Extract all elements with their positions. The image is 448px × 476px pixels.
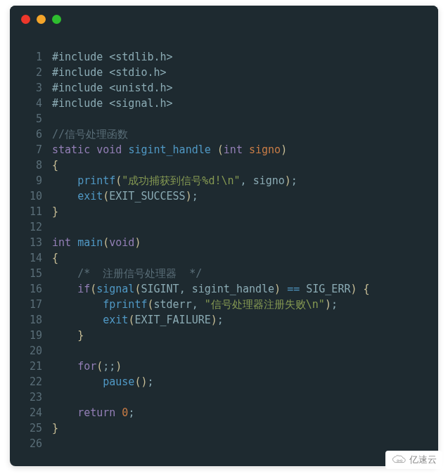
code-line [52,343,438,359]
code-line: exit(EXIT_FAILURE); [52,312,438,328]
line-number: 12 [24,219,42,235]
svg-point-0 [397,460,399,461]
line-number: 14 [24,250,42,266]
code-line: for(;;) [52,359,438,374]
line-number-gutter: 1234567891011121314151617181920212223242… [10,49,52,451]
line-number: 1 [24,49,42,65]
line-number: 15 [24,266,42,281]
code-line [52,436,438,451]
line-number: 23 [24,390,42,405]
code-line: #include <stdio.h> [52,65,438,80]
line-number: 21 [24,359,42,374]
code-line: pause(); [52,374,438,390]
line-number: 3 [24,80,42,96]
code-line: int main(void) [52,235,438,250]
code-content[interactable]: #include <stdlib.h>#include <stdio.h>#in… [52,49,438,451]
code-line: #include <unistd.h> [52,80,438,96]
code-line: /* 注册信号处理器 */ [52,266,438,281]
code-line: #include <signal.h> [52,96,438,111]
line-number: 17 [24,297,42,312]
code-line: printf("成功捕获到信号%d!\n", signo); [52,173,438,188]
line-number: 19 [24,328,42,343]
line-number: 16 [24,281,42,297]
code-area: 1234567891011121314151617181920212223242… [10,32,438,458]
code-line: } [52,328,438,343]
line-number: 11 [24,204,42,219]
line-number: 8 [24,157,42,173]
code-line: exit(EXIT_SUCCESS); [52,188,438,204]
maximize-icon[interactable] [52,15,61,24]
line-number: 6 [24,127,42,142]
code-line: { [52,250,438,266]
line-number: 9 [24,173,42,188]
line-number: 26 [24,436,42,451]
line-number: 18 [24,312,42,328]
line-number: 20 [24,343,42,359]
line-number: 25 [24,420,42,436]
line-number: 22 [24,374,42,390]
window-titlebar [10,6,438,32]
close-icon[interactable] [21,15,30,24]
code-line: #include <stdlib.h> [52,49,438,65]
code-line: { [52,157,438,173]
line-number: 5 [24,111,42,127]
code-line: //信号处理函数 [52,127,438,142]
line-number: 2 [24,65,42,80]
code-line: } [52,420,438,436]
line-number: 4 [24,96,42,111]
line-number: 13 [24,235,42,250]
watermark-text: 亿速云 [409,454,437,466]
code-line: static void sigint_handle (int signo) [52,142,438,157]
line-number: 10 [24,188,42,204]
watermark-badge: 亿速云 [385,451,442,469]
code-line [52,219,438,235]
minimize-icon[interactable] [37,15,46,24]
line-number: 7 [24,142,42,157]
code-line: return 0; [52,405,438,420]
line-number: 24 [24,405,42,420]
code-editor-window: 1234567891011121314151617181920212223242… [10,6,438,466]
svg-point-1 [400,460,402,461]
code-line: if(signal(SIGINT, sigint_handle) == SIG_… [52,281,438,297]
code-line [52,390,438,405]
code-line: fprintf(stderr, "信号处理器注册失败\n"); [52,297,438,312]
cloud-icon [391,454,407,465]
code-line: } [52,204,438,219]
code-line [52,111,438,127]
